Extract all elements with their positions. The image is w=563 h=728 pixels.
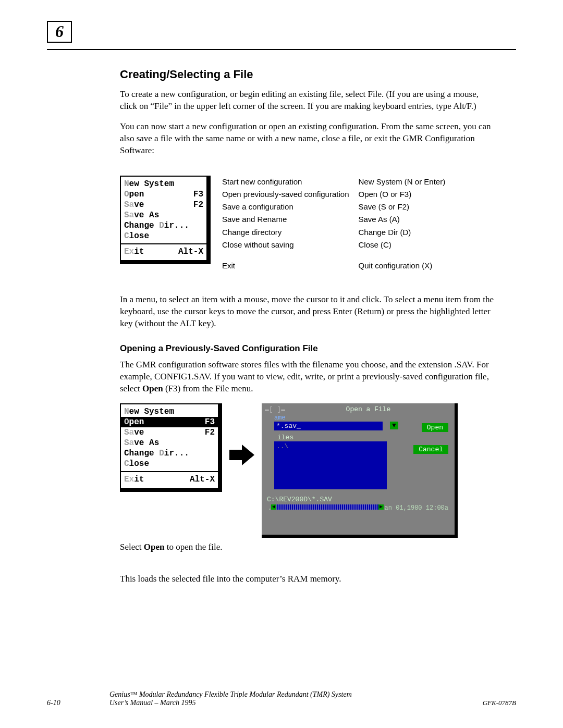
caption: Select Open to open the file. [120,542,495,552]
table-row: Start new configurationNew System (N or … [222,176,455,188]
menu-item-close[interactable]: Close [124,459,215,469]
section-title: Creating/Selecting a File [120,68,495,81]
chapter-rule [47,49,516,50]
file-menu-screenshot: New System OpenF3 SaveF2 Save As Change … [120,176,211,264]
menu-separator [121,471,218,472]
footer-title: Genius™ Modular Redundancy Flexible Trip… [109,690,483,707]
list-item[interactable]: ..\ [276,442,385,450]
file-menu: New System OpenF3 SaveF2 Save As Change … [120,176,207,261]
content: Creating/Selecting a File To create a ne… [120,68,495,594]
page-number: 6-10 [47,699,109,707]
menu-item-saveas[interactable]: Save As [124,210,203,220]
menu-item-exit[interactable]: ExitAlt-X [124,474,215,485]
scroll-left-icon[interactable]: ◀ [271,504,276,510]
menu-item-new[interactable]: New System [124,179,203,189]
dialog-title: ▬[ ]▬Open a File [265,405,451,413]
filename-input[interactable]: *.sav_ [274,422,383,430]
page: 6 Creating/Selecting a File To create a … [0,0,563,728]
file-menu-screenshot: New System OpenF3 SaveF2 Save As Change … [120,403,222,492]
file-menu: New System OpenF3 SaveF2 Save As Change … [120,403,219,489]
current-path: C:\REV200D\*.SAV [267,496,451,503]
subsection-title: Opening a Previously-Saved Configuration… [120,343,495,354]
figure-open-dialog: New System OpenF3 SaveF2 Save As Change … [120,403,495,538]
table-row: Open previously-saved configurationOpen … [222,188,455,201]
menu-item-changedir[interactable]: Change Dir... [124,448,215,459]
cancel-button[interactable]: Cancel [413,445,448,454]
arrow-right-icon [229,445,254,465]
paragraph: In a menu, to select an item with a mous… [120,294,495,330]
menu-description-table: Start new configurationNew System (N or … [222,176,455,273]
open-button[interactable]: Open [422,423,448,432]
horizontal-scrollbar[interactable]: ◀ ▶ [271,504,384,510]
paragraph: This loads the selected file into the co… [120,573,495,585]
menu-item-changedir[interactable]: Change Dir... [124,220,203,231]
table-row: Change directoryChange Dir (D) [222,226,455,239]
menu-separator [121,243,206,244]
page-footer: 6-10 Genius™ Modular Redundancy Flexible… [47,690,516,707]
menu-item-open-selected[interactable]: OpenF3 [121,417,218,427]
file-list[interactable]: ..\ [274,441,387,489]
dropdown-icon[interactable]: ▼ [390,422,398,429]
scroll-right-icon[interactable]: ▶ [378,504,384,510]
open-file-dialog: ▬[ ]▬Open a File ame *.sav_ ▼ Open Cance… [262,403,455,535]
paragraph: To create a new configuration, or begin … [120,89,495,113]
table-row: Save and RenameSave As (A) [222,213,455,226]
table-row: Close without savingClose (C) [222,239,455,251]
paragraph: The GMR configuration software stores fi… [120,359,495,395]
menu-item-saveas[interactable]: Save As [124,438,215,448]
menu-item-close[interactable]: Close [124,231,203,241]
name-label: ame [274,414,451,422]
menu-item-save[interactable]: SaveF2 [124,200,203,210]
open-file-dialog-screenshot: ▬[ ]▬Open a File ame *.sav_ ▼ Open Cance… [262,403,458,538]
menu-item-exit[interactable]: ExitAlt-X [124,246,203,257]
scroll-track[interactable] [276,504,378,510]
paragraph: You can now start a new configuration or… [120,121,495,157]
menu-item-new[interactable]: New System [124,406,215,417]
chapter-number: 6 [47,21,72,43]
table-row: Save a configurationSave (S or F2) [222,201,455,213]
files-label: iles [277,434,451,441]
menu-item-open[interactable]: OpenF3 [124,189,203,200]
table-row: ExitQuit configuration (X) [222,251,455,272]
menu-item-save[interactable]: SaveF2 [124,427,215,438]
svg-marker-0 [229,445,254,465]
footer-doc-number: GFK-0787B [483,699,516,707]
figure-menu-with-table: New System OpenF3 SaveF2 Save As Change … [120,176,495,273]
